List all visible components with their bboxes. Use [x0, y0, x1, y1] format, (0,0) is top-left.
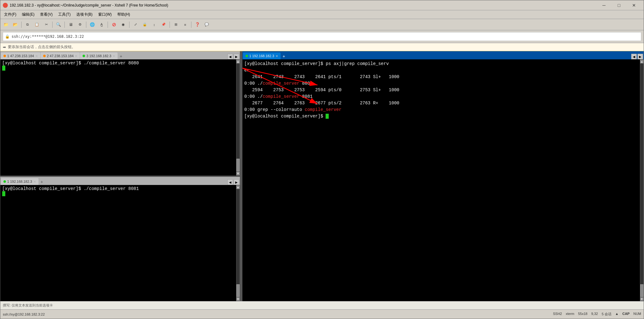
left-top-tab-2[interactable]: 2 47.238.153.184 ✕ [41, 52, 80, 59]
tab-nav-left[interactable]: ◀ [227, 54, 233, 59]
toolbar-session[interactable]: 🖥 [66, 21, 75, 29]
tab-nav-left-top: ◀ ▶ [227, 54, 239, 59]
menu-tabs[interactable]: 选项卡(B) [74, 11, 95, 18]
right-text2: er [244, 68, 250, 73]
tab-label-3: 3 192.168.182.3 [86, 54, 111, 58]
right-cols7: 2677 2764 2763 2677 pts/2 2763 R+ 1000 [244, 101, 399, 106]
toolbar-transfer[interactable]: ↕ [150, 21, 159, 29]
tab-nav-bl[interactable]: ◀ [227, 179, 233, 185]
toolbar-search[interactable]: 🔍 [54, 21, 63, 29]
toolbar-lock[interactable]: 🔒 [140, 21, 149, 29]
right-tab-close-1[interactable]: ✕ [276, 54, 278, 58]
left-bottom-terminal[interactable]: [xy@localhost compile_server]$ ./compile… [0, 185, 236, 301]
compose-bar: 撰写: 仅将文本发送到当前选项卡 [0, 301, 644, 309]
tab-close-1[interactable]: ✕ [35, 54, 38, 58]
left-top-terminal[interactable]: [xy@localhost compile_server]$ ./compile… [0, 59, 236, 176]
toolbar-split[interactable]: ⊞ [171, 21, 180, 29]
toolbar-more[interactable]: ≡ [181, 21, 190, 29]
toolbar-config[interactable]: ⚙ [76, 21, 84, 29]
right-tab-1[interactable]: 1 192.168.182.3 ✕ [243, 52, 281, 59]
scroll-thumb-b[interactable] [236, 284, 240, 297]
menu-file[interactable]: 文件(F) [2, 11, 19, 18]
left-top-tab-3[interactable]: 3 192.168.182.3 ✕ [80, 52, 118, 59]
left-bottom-scrollbar[interactable]: ▲ ▼ [236, 185, 240, 301]
tab-close-b1[interactable]: ✕ [33, 180, 36, 183]
right-scrollbar[interactable]: ▲ ▼ [640, 59, 644, 301]
tab-nav-left-bottom: ◀ ▶ [227, 179, 239, 185]
scroll-thumb[interactable] [236, 159, 240, 171]
status-num: NUM [633, 312, 641, 317]
minimize-button[interactable]: ─ [597, 1, 611, 10]
scroll-track-r[interactable] [640, 64, 643, 297]
left-bottom-line1: [xy@localhost compile_server]$ ./compile… [2, 186, 234, 191]
menu-tools[interactable]: 工具(T) [56, 11, 73, 18]
scroll-up-btn-b[interactable]: ▲ [236, 186, 240, 189]
left-top-terminal-wrapper: [xy@localhost compile_server]$ ./compile… [0, 59, 240, 176]
tab-nav-right[interactable]: ▶ [234, 54, 239, 59]
scroll-thumb-r[interactable] [640, 284, 643, 297]
address-bar-container: 🔒 ssh://xy:******@192.168.182.3:22 [0, 30, 644, 43]
scroll-track-b[interactable] [236, 189, 240, 297]
toolbar-sep-8 [191, 22, 191, 28]
toolbar-copy[interactable]: ⧉ [23, 21, 32, 29]
right-terminal[interactable]: [xy@localhost compile_server]$ ps axj|gr… [242, 59, 640, 301]
toolbar-help[interactable]: ❓ [193, 21, 202, 29]
toolbar-red[interactable]: ⊘ [109, 21, 118, 29]
toolbar-globe[interactable]: 🌐 [88, 21, 97, 29]
title-bar: 192.168.182.3 - xy@localhost:~/OnlineJud… [0, 0, 644, 10]
scroll-down-btn-r[interactable]: ▼ [640, 297, 643, 301]
tab-dot-3 [83, 55, 85, 57]
tab-close-3[interactable]: ✕ [113, 54, 115, 58]
toolbar-expand[interactable]: ⤢ [131, 21, 140, 29]
status-up-icon: ▲ [615, 312, 619, 317]
scroll-down-btn[interactable]: ▼ [236, 172, 240, 175]
menu-help[interactable]: 帮助(H) [115, 11, 133, 18]
tab-label-1: 1 47.238.153.184 [7, 54, 34, 58]
right-pane: 1 192.168.182.3 ✕ + ◀ ▶ [xy@localhost co… [242, 51, 644, 301]
left-top-prompt1: [xy@localhost compile_server]$ ./compile… [2, 61, 139, 66]
left-bottom-prompt1: [xy@localhost compile_server]$ ./compile… [2, 186, 139, 191]
address-text: ssh://xy:******@192.168.182.3:22 [12, 34, 84, 39]
toolbar-paste[interactable]: 📋 [33, 21, 41, 29]
toolbar-sep-7 [170, 22, 170, 28]
left-top-line1: [xy@localhost compile_server]$ ./compile… [2, 61, 234, 66]
close-button[interactable]: ✕ [627, 1, 641, 10]
maximize-button[interactable]: □ [612, 1, 626, 10]
scroll-track[interactable] [236, 64, 240, 171]
left-top-cursor [2, 66, 5, 71]
toolbar-sep-6 [129, 22, 129, 28]
toolbar-green[interactable]: ◉ [119, 21, 128, 29]
tab-add-left-top[interactable]: + [118, 53, 124, 59]
tab-nav-br[interactable]: ▶ [234, 179, 239, 185]
right-text4c: 8080 [299, 81, 312, 86]
menu-bar: 文件(F) 编辑(E) 查看(V) 工具(T) 选项卡(B) 窗口(W) 帮助(… [0, 10, 644, 19]
toolbar-open[interactable]: 📂 [11, 21, 20, 29]
tab-close-2[interactable]: ✕ [75, 54, 77, 58]
toolbar-font[interactable]: A̲ [97, 21, 106, 29]
toolbar-chat[interactable]: 💬 [202, 21, 211, 29]
title-bar-text: 192.168.182.3 - xy@localhost:~/OnlineJud… [10, 3, 597, 7]
scroll-up-btn-r[interactable]: ▲ [640, 60, 643, 63]
left-pane: 1 47.238.153.184 ✕ 2 47.238.153.184 ✕ 3 … [0, 51, 241, 301]
scroll-up-btn[interactable]: ▲ [236, 60, 240, 63]
right-line6: 0:00 ./compile_server 8081 [244, 93, 638, 100]
left-bottom-tab-1[interactable]: 1 192.168.182.3 ✕ [1, 178, 38, 185]
address-bar[interactable]: 🔒 ssh://xy:******@192.168.182.3:22 [3, 32, 641, 41]
toolbar-new[interactable]: 📁 [2, 21, 10, 29]
menu-view[interactable]: 查看(V) [38, 11, 55, 18]
tab-add-right[interactable]: + [281, 53, 287, 59]
menu-edit[interactable]: 编辑(E) [19, 11, 37, 18]
right-prompt1: [xy@localhost compile_server]$ ps axj|gr… [244, 61, 389, 66]
left-top-scrollbar[interactable]: ▲ ▼ [236, 59, 240, 176]
toolbar-sep-4 [86, 22, 86, 28]
scroll-down-btn-b[interactable]: ▼ [236, 297, 240, 301]
left-bottom-cursor [2, 191, 5, 196]
toolbar-pin[interactable]: 📌 [159, 21, 168, 29]
tab-add-left-bottom[interactable]: + [39, 179, 45, 185]
left-top-tab-1[interactable]: 1 47.238.153.184 ✕ [1, 52, 40, 59]
tab-nav-rr[interactable]: ▶ [637, 54, 643, 59]
tab-dot-b1 [3, 180, 6, 183]
toolbar-cut[interactable]: ✂ [42, 21, 51, 29]
tab-nav-rl[interactable]: ◀ [631, 54, 637, 59]
menu-window[interactable]: 窗口(W) [96, 11, 114, 18]
